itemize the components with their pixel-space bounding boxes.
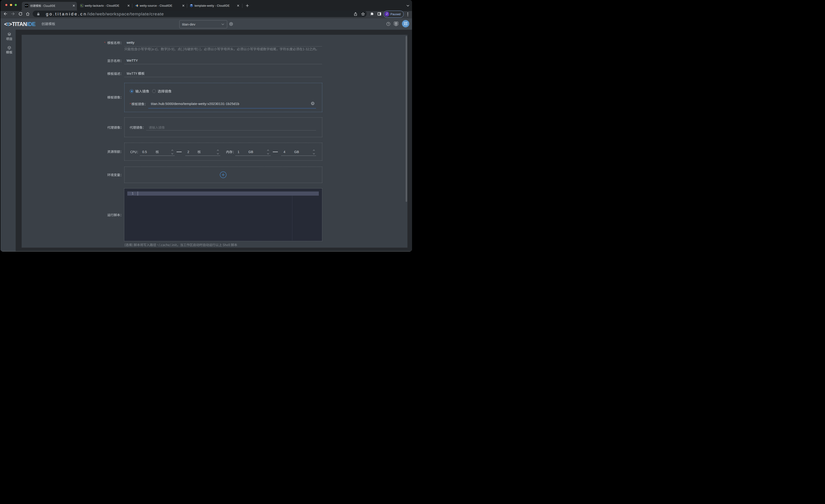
svg-text:JS: JS [137,5,138,6]
